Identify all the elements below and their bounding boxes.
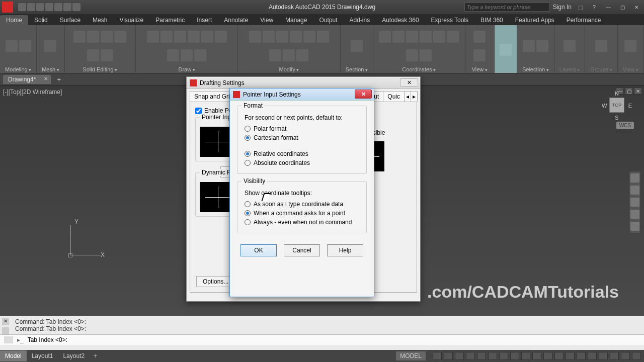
coord-icon[interactable]	[406, 49, 418, 61]
panel-label-modeling[interactable]: Modeling	[3, 66, 33, 73]
add-layout[interactable]: +	[90, 350, 101, 361]
wcs-badge[interactable]: WCS	[616, 122, 634, 129]
se-icon[interactable]	[101, 49, 113, 61]
tab-mesh[interactable]: Mesh	[87, 15, 113, 25]
tab-insert[interactable]: Insert	[191, 15, 218, 25]
qat-plot-icon[interactable]	[54, 3, 62, 11]
tab-annotate[interactable]: Annotate	[218, 15, 254, 25]
tab-view[interactable]: View	[254, 15, 279, 25]
command-input-text[interactable]: Tab Index <0>:	[28, 336, 67, 343]
close-drafting-button[interactable]: ✕	[400, 78, 418, 86]
polar-toggle-icon[interactable]	[466, 352, 475, 360]
coord-icon[interactable]	[447, 31, 459, 43]
extrude-icon[interactable]	[19, 40, 31, 52]
nav-pan-icon[interactable]	[630, 186, 639, 195]
draw-icon[interactable]	[160, 31, 173, 43]
command-input-row[interactable]: ▸_ Tab Index <0>:	[0, 334, 644, 345]
viewport-label[interactable]: [-][Top][2D Wireframe]	[3, 88, 62, 96]
tab-surface[interactable]: Surface	[54, 15, 87, 25]
draw-icon[interactable]	[147, 31, 159, 43]
help-button[interactable]: Help	[327, 244, 363, 256]
viewcube[interactable]: N S E W TOP	[603, 92, 631, 120]
panel-label-mesh[interactable]: Mesh	[40, 66, 61, 73]
nav-orbit-icon[interactable]	[630, 210, 639, 219]
coord-icon[interactable]	[433, 31, 445, 43]
radio-polar[interactable]	[245, 126, 251, 132]
viewcube-face[interactable]: TOP	[609, 98, 624, 113]
hw-accel-icon[interactable]	[599, 352, 608, 360]
mod-icon[interactable]	[303, 31, 315, 43]
dyn-toggle-icon[interactable]	[510, 352, 519, 360]
coord-icon[interactable]	[392, 31, 405, 43]
qat-saveas-icon[interactable]	[45, 3, 53, 11]
tab-model[interactable]: Model	[0, 350, 27, 361]
draw-icon[interactable]	[215, 31, 227, 43]
app-logo[interactable]	[2, 2, 13, 13]
cmdline-close-icon[interactable]: ✕	[2, 318, 9, 325]
tab-layout1[interactable]: Layout1	[27, 350, 58, 361]
view-icon[interactable]	[473, 49, 486, 61]
tab-solid[interactable]: Solid	[28, 15, 54, 25]
se-icon[interactable]	[73, 31, 86, 43]
new-doc-tab[interactable]: +	[53, 75, 65, 83]
search-input[interactable]	[464, 3, 550, 12]
draw-icon[interactable]	[201, 31, 213, 43]
panel-label-coordinates[interactable]: Coordinates	[400, 66, 438, 73]
3dosnap-toggle-icon[interactable]	[488, 352, 497, 360]
mod-icon[interactable]	[317, 31, 329, 43]
nav-wheel-icon[interactable]	[630, 173, 639, 183]
tab-scroll-right[interactable]: ▸	[411, 91, 418, 102]
qat-save-icon[interactable]	[36, 3, 44, 11]
otrack-toggle-icon[interactable]	[499, 352, 508, 360]
vs-icon[interactable]	[500, 44, 512, 56]
radio-vis2[interactable]	[245, 210, 251, 216]
osnap-toggle-icon[interactable]	[477, 352, 486, 360]
draw-icon[interactable]	[174, 31, 186, 43]
se-icon[interactable]	[87, 49, 99, 61]
close-pointer-button[interactable]: ✕	[355, 89, 372, 99]
radio-vis3[interactable]	[245, 219, 251, 225]
isolate-icon[interactable]	[610, 352, 619, 360]
nav-showmotion-icon[interactable]	[630, 222, 639, 231]
cleanscreen-icon[interactable]	[621, 352, 630, 360]
enable-pointer-input-checkbox[interactable]	[195, 108, 202, 114]
qp-toggle-icon[interactable]	[543, 352, 552, 360]
cancel-button[interactable]: Cancel	[284, 244, 320, 256]
groups-icon[interactable]	[595, 40, 607, 52]
tab-parametric[interactable]: Parametric	[149, 15, 191, 25]
qat-redo-icon[interactable]	[72, 3, 80, 11]
viewcube-s[interactable]: S	[615, 115, 618, 121]
transparency-toggle-icon[interactable]	[532, 352, 541, 360]
mod-icon[interactable]	[249, 31, 261, 43]
workspace-icon[interactable]	[577, 352, 586, 360]
doc-tab-drawing4[interactable]: Drawing4* ✕	[3, 75, 51, 84]
gizmo-icon[interactable]	[536, 40, 548, 52]
viewcube-e[interactable]: E	[628, 103, 632, 109]
panel-label-selection[interactable]: Selection	[520, 66, 551, 73]
tab-layout2[interactable]: Layout2	[58, 350, 90, 361]
panel-label-draw[interactable]: Draw	[176, 66, 197, 73]
coord-icon[interactable]	[420, 49, 432, 61]
view2-icon[interactable]	[624, 40, 636, 52]
help-icon[interactable]: ?	[589, 3, 600, 11]
view-icon[interactable]	[473, 31, 486, 43]
cmd-prompt-icon[interactable]	[4, 336, 13, 343]
customize-icon[interactable]	[632, 352, 641, 360]
vp-close-icon[interactable]: ✕	[634, 87, 642, 95]
model-badge[interactable]: MODEL	[396, 351, 426, 360]
tab-a360[interactable]: Autodesk 360	[376, 15, 425, 25]
tab-visualize[interactable]: Visualize	[113, 15, 149, 25]
panel-label-view[interactable]: View	[470, 66, 490, 73]
layers-icon[interactable]	[564, 40, 576, 52]
radio-cartesian[interactable]	[245, 135, 251, 141]
drafting-title-bar[interactable]: Drafting Settings ✕	[187, 77, 420, 89]
panel-label-section[interactable]: Section	[344, 66, 370, 73]
close-button[interactable]: ✕	[631, 3, 642, 11]
nofilter-icon[interactable]	[523, 40, 535, 52]
tab-quick-partial[interactable]: Quic	[383, 91, 405, 102]
box-icon[interactable]	[6, 40, 18, 52]
nav-zoom-icon[interactable]	[630, 198, 639, 207]
qat-new-icon[interactable]	[18, 3, 26, 11]
ann-toggle-icon[interactable]	[566, 352, 575, 360]
ok-button[interactable]: OK	[240, 244, 277, 256]
